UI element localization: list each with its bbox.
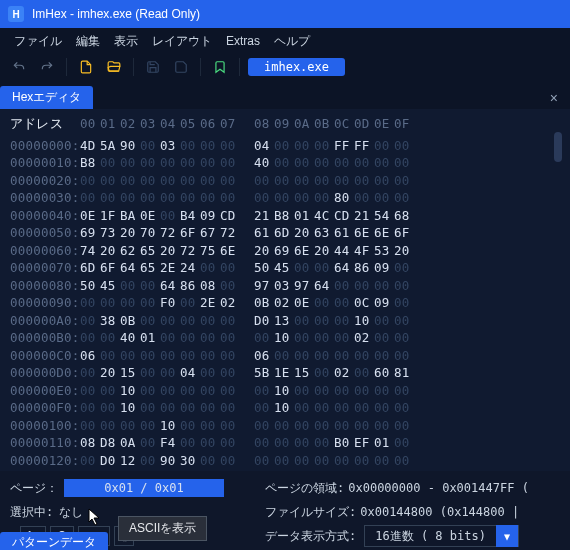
hex-byte[interactable]: 00 — [254, 452, 274, 470]
hex-row[interactable]: 00000110:08D80A00F400000000000000B0EF010… — [10, 434, 560, 452]
hex-byte[interactable]: 00 — [314, 417, 334, 435]
hex-byte[interactable]: 53 — [374, 242, 394, 260]
hex-byte[interactable]: 68 — [394, 207, 414, 225]
hex-byte[interactable]: 00 — [120, 189, 140, 207]
hex-byte[interactable]: 40 — [120, 329, 140, 347]
hex-byte[interactable]: B4 — [180, 207, 200, 225]
hex-byte[interactable]: 00 — [374, 189, 394, 207]
hex-byte[interactable]: 00 — [160, 154, 180, 172]
hex-byte[interactable]: 00 — [180, 417, 200, 435]
file-tab[interactable]: imhex.exe — [248, 58, 345, 76]
hex-byte[interactable]: 01 — [140, 329, 160, 347]
hex-byte[interactable]: 00 — [100, 329, 120, 347]
hex-byte[interactable]: 00 — [254, 417, 274, 435]
hex-row[interactable]: 000000E0:0000100000000000001000000000000… — [10, 382, 560, 400]
hex-byte[interactable]: 00 — [334, 294, 354, 312]
hex-byte[interactable]: 00 — [220, 154, 240, 172]
hex-byte[interactable]: 00 — [394, 347, 414, 365]
hex-byte[interactable]: 00 — [294, 452, 314, 470]
hex-byte[interactable]: 20 — [160, 242, 180, 260]
hex-byte[interactable]: 00 — [80, 399, 100, 417]
tab-hex-editor[interactable]: Hexエディタ — [0, 86, 93, 109]
menu-file[interactable]: ファイル — [8, 31, 68, 52]
hex-byte[interactable]: 00 — [80, 364, 100, 382]
hex-byte[interactable]: 60 — [374, 364, 394, 382]
hex-byte[interactable]: 00 — [294, 259, 314, 277]
menu-layout[interactable]: レイアウト — [146, 31, 218, 52]
hex-byte[interactable]: 00 — [294, 347, 314, 365]
hex-byte[interactable]: 00 — [200, 417, 220, 435]
hex-row[interactable]: 00000120:00D0120090300000000000000000000… — [10, 452, 560, 470]
hex-byte[interactable]: 64 — [314, 277, 334, 295]
hex-byte[interactable]: F4 — [160, 434, 180, 452]
hex-byte[interactable]: 00 — [274, 137, 294, 155]
hex-byte[interactable]: 20 — [100, 364, 120, 382]
hex-byte[interactable]: 00 — [314, 399, 334, 417]
hex-byte[interactable]: 00 — [314, 189, 334, 207]
hex-byte[interactable]: 00 — [374, 452, 394, 470]
hex-byte[interactable]: 15 — [294, 364, 314, 382]
hex-byte[interactable]: 4D — [80, 137, 100, 155]
hex-byte[interactable]: 00 — [220, 312, 240, 330]
menu-extras[interactable]: Extras — [220, 32, 266, 50]
hex-byte[interactable]: 00 — [180, 154, 200, 172]
hex-byte[interactable]: 00 — [314, 329, 334, 347]
hex-byte[interactable]: 80 — [334, 189, 354, 207]
hex-byte[interactable]: 10 — [120, 382, 140, 400]
hex-byte[interactable]: 45 — [274, 259, 294, 277]
hex-byte[interactable]: 00 — [200, 347, 220, 365]
hex-byte[interactable]: CD — [334, 207, 354, 225]
hex-byte[interactable]: 00 — [180, 294, 200, 312]
hex-byte[interactable]: 00 — [160, 399, 180, 417]
hex-byte[interactable]: 00 — [220, 189, 240, 207]
hex-byte[interactable]: 1F — [100, 207, 120, 225]
hex-row[interactable]: 00000070:6D6F64652E240000504500006486090… — [10, 259, 560, 277]
hex-byte[interactable]: 00 — [394, 172, 414, 190]
hex-byte[interactable]: 00 — [334, 382, 354, 400]
hex-byte[interactable]: 00 — [374, 154, 394, 172]
hex-byte[interactable]: 00 — [100, 417, 120, 435]
page-indicator[interactable]: 0x01 / 0x01 — [64, 479, 224, 497]
hex-byte[interactable]: 00 — [160, 347, 180, 365]
hex-byte[interactable]: 00 — [394, 417, 414, 435]
hex-byte[interactable]: 00 — [100, 172, 120, 190]
hex-byte[interactable]: 5B — [254, 364, 274, 382]
hex-byte[interactable]: CD — [220, 207, 240, 225]
hex-byte[interactable]: BA — [120, 207, 140, 225]
hex-byte[interactable]: 10 — [274, 329, 294, 347]
hex-byte[interactable]: 70 — [140, 224, 160, 242]
hex-byte[interactable]: 64 — [334, 259, 354, 277]
hex-byte[interactable]: 00 — [220, 172, 240, 190]
hex-byte[interactable]: 69 — [274, 242, 294, 260]
hex-byte[interactable]: 00 — [140, 399, 160, 417]
hex-byte[interactable]: 00 — [394, 312, 414, 330]
menu-view[interactable]: 表示 — [108, 31, 144, 52]
hex-byte[interactable]: 00 — [140, 154, 160, 172]
hex-byte[interactable]: 00 — [334, 312, 354, 330]
hex-byte[interactable]: 6E — [374, 224, 394, 242]
hex-byte[interactable]: 00 — [294, 382, 314, 400]
hex-byte[interactable]: 00 — [354, 277, 374, 295]
hex-byte[interactable]: 00 — [180, 172, 200, 190]
hex-byte[interactable]: 00 — [140, 277, 160, 295]
hex-byte[interactable]: 0C — [354, 294, 374, 312]
hex-byte[interactable]: 6E — [220, 242, 240, 260]
hex-byte[interactable]: 00 — [140, 189, 160, 207]
hex-byte[interactable]: 6D — [274, 224, 294, 242]
hex-row[interactable]: 00000080:5045000064860800970397640000000… — [10, 277, 560, 295]
hex-byte[interactable]: 00 — [294, 312, 314, 330]
hex-byte[interactable]: 67 — [200, 224, 220, 242]
save-as-icon[interactable] — [170, 56, 192, 78]
hex-byte[interactable]: 00 — [394, 137, 414, 155]
hex-byte[interactable]: 00 — [120, 277, 140, 295]
hex-byte[interactable]: 20 — [294, 224, 314, 242]
hex-byte[interactable]: 65 — [140, 242, 160, 260]
hex-byte[interactable]: 00 — [394, 329, 414, 347]
hex-byte[interactable]: 21 — [354, 207, 374, 225]
hex-byte[interactable]: 00 — [100, 154, 120, 172]
hex-byte[interactable]: 21 — [254, 207, 274, 225]
hex-byte[interactable]: 00 — [314, 154, 334, 172]
hex-byte[interactable]: 12 — [120, 452, 140, 470]
hex-byte[interactable]: 00 — [394, 399, 414, 417]
hex-byte[interactable]: 10 — [160, 417, 180, 435]
